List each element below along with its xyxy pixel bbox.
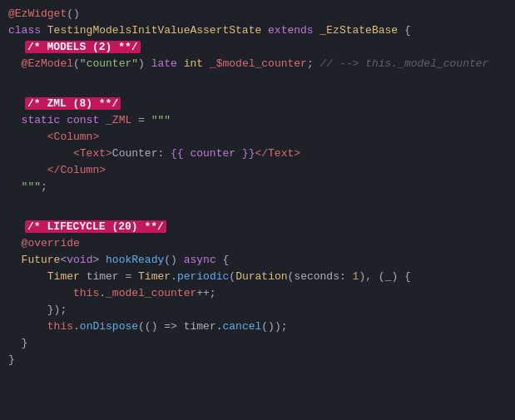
keyword-extends: extends [268,24,319,37]
ez-model-decorator: @EzModel [22,57,73,70]
code-line-12: """; [0,178,515,195]
code-line-19: this._model_counter++; [0,284,515,301]
code-line-22: } [0,334,515,351]
class-name: TestingModelsInitValueAssertState [47,24,268,37]
code-line-8: static const _ZML = """ [0,111,515,128]
code-line-13 [0,195,515,206]
code-line-17: Future<void> hookReady() async { [0,251,515,268]
code-line-3: /* MODELS (2) **/ [0,38,515,55]
code-line-21: this.onDispose(() => timer.cancel()); [0,318,515,334]
code-line-15: /* LIFECYCLE (20) **/ [0,218,515,235]
code-line-7: /* ZML (8) **/ [0,95,515,111]
code-line-10: <Text>Counter: {{ counter }}</Text> [0,145,515,161]
code-line-4: @EzModel("counter") late int _$model_cou… [0,55,515,72]
code-line-11: </Column> [0,161,515,178]
keyword-class: class [8,24,47,37]
code-line-9: <Column> [0,128,515,145]
override-decorator: @override [22,237,80,250]
code-line-20: }); [0,301,515,318]
code-line-14 [0,206,515,218]
models-badge: /* MODELS (2) **/ [25,41,141,53]
code-editor: @EzWidget() class TestingModelsInitValue… [0,0,515,420]
decorator: @EzWidget [8,7,67,20]
code-line-2: class TestingModelsInitValueAssertState … [0,22,515,38]
code-line-16: @override [0,235,515,251]
code-line-18: Timer timer = Timer.periodic(Duration(se… [0,268,515,284]
code-line-23: } [0,351,515,368]
code-line-6 [0,83,515,95]
base-class: _EzStateBase [319,24,398,37]
lifecycle-badge: /* LIFECYCLE (20) **/ [25,220,166,233]
code-line-1: @EzWidget() [0,5,515,22]
zml-badge: /* ZML (8) **/ [25,97,121,110]
code-line-5 [0,72,515,83]
